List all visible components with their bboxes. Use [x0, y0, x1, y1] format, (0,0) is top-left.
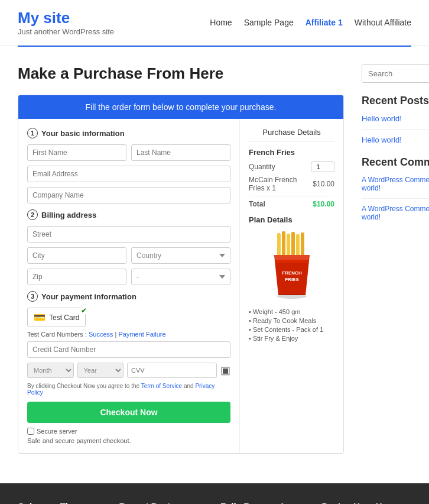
- terms-text: By clicking Checkout Now you agree to th…: [27, 383, 230, 396]
- recent-post-0[interactable]: Hello world!: [362, 114, 429, 123]
- month-select[interactable]: Month: [27, 363, 74, 378]
- step2-title: 2 Billing address: [27, 209, 230, 220]
- checkout-header-text: Fill the order form below to complete yo…: [86, 102, 277, 112]
- recent-posts-title: Recent Posts: [362, 95, 429, 107]
- street-row: [27, 226, 230, 243]
- cc-row: [27, 341, 230, 358]
- site-branding: My site Just another WordPress site: [18, 9, 114, 36]
- company-row: [27, 187, 230, 203]
- total-value: $10.00: [313, 200, 334, 208]
- footer-col-title-3: Design Your Home: [322, 501, 412, 504]
- zip-row: -: [27, 269, 230, 285]
- footer-col-0: Colorway Theme Footer is widgetized. To …: [18, 501, 108, 504]
- bullet-1: Weight - 450 gm: [249, 308, 334, 315]
- terms-and: and: [184, 383, 194, 389]
- bullet-3: Set Contents - Pack of 1: [249, 326, 334, 333]
- item-price-row: McCain French Fries x 1 $10.00: [249, 176, 334, 192]
- recent-comments-title: Recent Comments: [362, 156, 429, 169]
- checkout-now-button[interactable]: Checkout Now: [27, 402, 230, 423]
- plan-title: Plan Details: [249, 215, 334, 224]
- nav-without-affiliate[interactable]: Without Affiliate: [355, 18, 411, 27]
- step1-label: Your basic information: [41, 129, 125, 138]
- product-name: French Fries: [249, 148, 334, 157]
- footer-col-1: Recent Post Worth A Thousand Words Categ…: [119, 501, 209, 504]
- svg-marker-8: [274, 255, 310, 260]
- checkmark-icon: ✔: [81, 306, 87, 315]
- bullet-2: Ready To Cook Meals: [249, 317, 334, 324]
- comment-0: A WordPress Commenter on Hello world!: [362, 176, 429, 192]
- svg-text:FRENCH: FRENCH: [282, 270, 302, 276]
- comment-author-1[interactable]: A WordPress Commenter: [362, 205, 429, 213]
- step1-title: 1 Your basic information: [27, 128, 230, 138]
- item-price: $10.00: [313, 180, 334, 188]
- name-row: [27, 144, 230, 161]
- search-input[interactable]: [362, 65, 429, 82]
- checkout-body: 1 Your basic information: [18, 119, 343, 453]
- city-input[interactable]: [27, 247, 126, 264]
- posts-divider: [362, 129, 429, 130]
- svg-text:FRIES: FRIES: [285, 277, 299, 282]
- checkout-container: Fill the order form below to complete yo…: [18, 95, 344, 454]
- secure-label: Secure server: [37, 428, 77, 435]
- street-input[interactable]: [27, 226, 230, 243]
- step1-num: 1: [27, 128, 38, 138]
- secure-checkbox[interactable]: [27, 428, 34, 435]
- company-input[interactable]: [27, 187, 230, 203]
- test-card-label: Test Card: [49, 314, 79, 322]
- footer-col-title-0: Colorway Theme: [18, 501, 108, 504]
- city-country-row: Country: [27, 247, 230, 264]
- step3-num: 3: [27, 291, 38, 302]
- comment-author-0[interactable]: A WordPress Commenter: [362, 176, 429, 184]
- item-label: McCain French Fries x 1: [249, 176, 313, 192]
- step3-title: 3 Your payment information: [27, 291, 230, 302]
- total-row: Total $10.00: [249, 196, 334, 208]
- nav-home[interactable]: Home: [210, 18, 232, 27]
- secure-server-row: Secure server: [27, 428, 230, 435]
- cc-input[interactable]: [27, 341, 230, 358]
- success-link[interactable]: Success: [89, 331, 113, 338]
- quantity-input[interactable]: [311, 161, 334, 172]
- checkout-header-bar: Fill the order form below to complete yo…: [18, 95, 343, 119]
- main-content: Make a Purchase From Here Fill the order…: [0, 47, 429, 471]
- card-icon: 💳: [34, 312, 46, 323]
- cvv-input[interactable]: [127, 363, 217, 378]
- header: My site Just another WordPress site Home…: [0, 0, 429, 47]
- failure-link[interactable]: Payment Failure: [119, 331, 166, 338]
- country-select[interactable]: Country: [131, 247, 230, 264]
- email-input[interactable]: [27, 166, 230, 182]
- search-box: 🔍: [362, 64, 429, 83]
- step2-label: Billing address: [41, 211, 96, 219]
- fries-image: FRENCH FRIES: [249, 230, 334, 301]
- last-name-input[interactable]: [131, 144, 230, 161]
- step3-label: Your payment information: [41, 292, 136, 301]
- footer-col-title-2: Fully Responsive: [220, 501, 310, 504]
- year-select[interactable]: Year: [77, 363, 124, 378]
- plan-bullets: Weight - 450 gm Ready To Cook Meals Set …: [249, 308, 334, 342]
- form-section: 1 Your basic information: [18, 119, 240, 453]
- zip-input[interactable]: [27, 269, 126, 285]
- test-card-button[interactable]: 💳 Test Card ✔: [27, 308, 86, 327]
- total-label: Total: [249, 200, 265, 208]
- footer-grid: Colorway Theme Footer is widgetized. To …: [18, 501, 411, 504]
- purchase-title: Purchase Details: [249, 128, 334, 142]
- quantity-label: Quantity: [249, 163, 275, 171]
- email-row: [27, 166, 230, 182]
- terms-prefix: By clicking Checkout Now you agree to th…: [27, 383, 139, 389]
- nav-sample-page[interactable]: Sample Page: [244, 18, 294, 27]
- test-card-wrapper: 💳 Test Card ✔: [27, 308, 230, 327]
- purchase-section: Purchase Details French Fries Quantity M…: [240, 119, 343, 453]
- zip-extra-select[interactable]: -: [131, 269, 230, 285]
- content-area: Make a Purchase From Here Fill the order…: [18, 64, 344, 454]
- cvv-icon: ▣: [220, 363, 230, 378]
- comment-1: A WordPress Commenter on Hello world!: [362, 205, 429, 221]
- page-title: Make a Purchase From Here: [18, 64, 344, 83]
- site-tagline: Just another WordPress site: [18, 27, 114, 36]
- test-card-numbers-label: Test Card Numbers :: [27, 331, 87, 338]
- tos-link[interactable]: Term of Service: [141, 383, 182, 389]
- nav-affiliate1[interactable]: Affiliate 1: [306, 18, 343, 27]
- first-name-input[interactable]: [27, 144, 126, 161]
- recent-post-1[interactable]: Hello world!: [362, 135, 429, 144]
- bullet-4: Stir Fry & Enjoy: [249, 335, 334, 342]
- secure-desc: Safe and secure payment checkout.: [27, 437, 230, 444]
- expiry-row: Month Year ▣: [27, 363, 230, 378]
